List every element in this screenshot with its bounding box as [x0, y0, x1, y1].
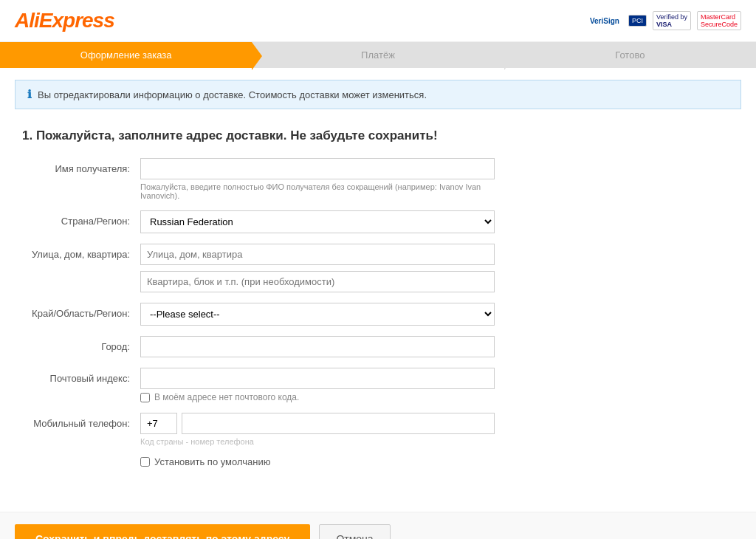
set-default-checkbox[interactable]: [140, 457, 150, 467]
verisign-badge: VeriSign: [587, 16, 622, 27]
no-postal-label: В моём адресе нет почтового кода.: [154, 392, 299, 402]
postal-label: Почтовый индекс:: [22, 368, 140, 384]
recipient-input[interactable]: [140, 158, 495, 179]
recipient-hint: Пожалуйста, введите полностью ФИО получа…: [140, 182, 495, 200]
cancel-button[interactable]: Отмена: [319, 524, 390, 539]
region-row: Край/Область/Регион: --Please select--: [22, 303, 734, 326]
postal-field: В моём адресе нет почтового кода.: [140, 368, 495, 402]
step-order: Оформление заказа: [0, 42, 252, 68]
recipient-label: Имя получателя:: [22, 158, 140, 174]
phone-inputs: [140, 413, 495, 434]
header: AliExpress VeriSign PCI Verified byVISA …: [0, 0, 756, 42]
visa-badge: Verified byVISA: [653, 11, 691, 30]
set-default-label: Установить по умолчанию: [154, 456, 270, 467]
phone-label: Мобильный телефон:: [22, 413, 140, 429]
progress-steps: Оформление заказа Платёж Готово: [0, 42, 756, 68]
buttons-row: Сохранить и впредь доставлять по этому а…: [0, 512, 756, 539]
recipient-field: Пожалуйста, введите полностью ФИО получа…: [140, 158, 495, 200]
info-banner-text: Вы отредактировали информацию о доставке…: [38, 89, 427, 100]
aliexpress-logo: AliExpress: [15, 9, 114, 32]
mastercard-badge: MasterCardSecureCode: [697, 11, 741, 30]
city-field: [140, 336, 495, 357]
street-label: Улица, дом, квартира:: [22, 244, 140, 260]
country-label: Страна/Регион:: [22, 210, 140, 227]
recipient-row: Имя получателя: Пожалуйста, введите полн…: [22, 158, 734, 200]
pci-badge: PCI: [628, 15, 647, 27]
no-postal-checkbox[interactable]: [140, 393, 150, 402]
apt-input[interactable]: [140, 271, 495, 292]
region-select[interactable]: --Please select--: [140, 303, 495, 326]
street-row: Улица, дом, квартира:: [22, 244, 734, 292]
country-row: Страна/Регион: Russian Federation: [22, 210, 734, 233]
region-field: --Please select--: [140, 303, 495, 326]
city-row: Город:: [22, 336, 734, 357]
street-field: [140, 244, 495, 292]
phone-code-input[interactable]: [140, 413, 177, 434]
postal-row: Почтовый индекс: В моём адресе нет почто…: [22, 368, 734, 402]
info-icon: ℹ: [27, 88, 32, 101]
step-done: Готово: [504, 42, 756, 68]
phone-field: Код страны - номер телефона: [140, 413, 495, 446]
street-input[interactable]: [140, 244, 495, 265]
default-checkbox-row: Установить по умолчанию: [140, 456, 734, 467]
info-banner: ℹ Вы отредактировали информацию о достав…: [15, 80, 741, 109]
no-postal-row: В моём адресе нет почтового кода.: [140, 392, 495, 402]
country-select[interactable]: Russian Federation: [140, 210, 495, 233]
phone-number-input[interactable]: [182, 413, 495, 434]
main-content: 1. Пожалуйста, заполните адрес доставки.…: [0, 121, 756, 504]
section-title: 1. Пожалуйста, заполните адрес доставки.…: [22, 128, 734, 143]
city-label: Город:: [22, 336, 140, 352]
save-button[interactable]: Сохранить и впредь доставлять по этому а…: [15, 524, 310, 539]
postal-input[interactable]: [140, 368, 495, 389]
step-payment: Платёж: [252, 42, 504, 68]
phone-hint: Код страны - номер телефона: [140, 437, 495, 446]
country-field: Russian Federation: [140, 210, 495, 233]
city-input[interactable]: [140, 336, 495, 357]
security-badges: VeriSign PCI Verified byVISA MasterCardS…: [587, 11, 741, 30]
phone-row: Мобильный телефон: Код страны - номер те…: [22, 413, 734, 446]
region-label: Край/Область/Регион:: [22, 303, 140, 319]
